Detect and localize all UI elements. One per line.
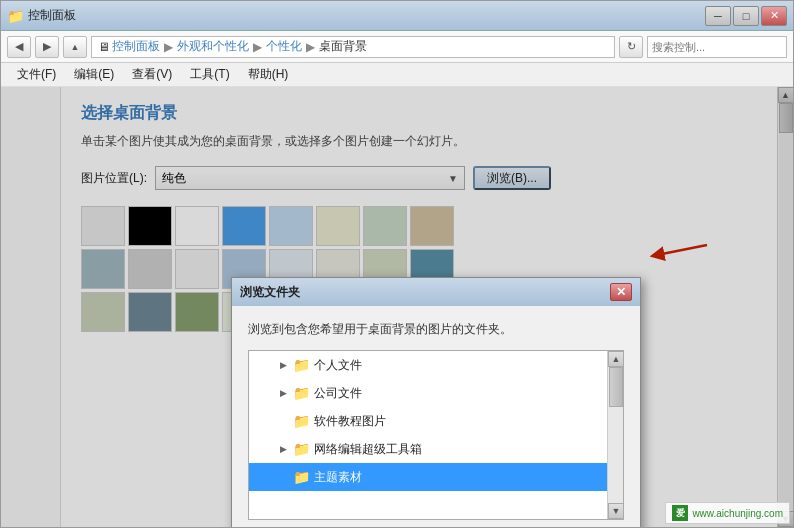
tree-item-4[interactable]: 📁主题素材 — [249, 463, 607, 491]
address-bar: ◀ ▶ ▲ 🖥 控制面板 ▶ 外观和个性化 ▶ 个性化 ▶ 桌面背景 ↻ 🔍 — [1, 31, 793, 63]
file-tree-scrollbar[interactable]: ▲ ▼ — [607, 351, 623, 519]
back-button[interactable]: ◀ — [7, 36, 31, 58]
watermark: 爱 www.aichunjing.com — [665, 502, 790, 524]
tree-item-label: 主题素材 — [314, 469, 362, 486]
menu-help[interactable]: 帮助(H) — [240, 64, 297, 85]
breadcrumb-1[interactable]: 控制面板 — [112, 38, 160, 55]
main-content: 选择桌面背景 单击某个图片使其成为您的桌面背景，或选择多个图片创建一个幻灯片。 … — [1, 87, 793, 527]
dialog-overlay: 浏览文件夹 ✕ 浏览到包含您希望用于桌面背景的图片的文件夹。 ▶📁个人文件▶📁公… — [1, 87, 793, 527]
refresh-button[interactable]: ↻ — [619, 36, 643, 58]
menu-bar: 文件(F) 编辑(E) 查看(V) 工具(T) 帮助(H) — [1, 63, 793, 87]
close-button[interactable]: ✕ — [761, 6, 787, 26]
breadcrumb-arrow-1: ▶ — [164, 40, 173, 54]
breadcrumb-arrow-3: ▶ — [306, 40, 315, 54]
maximize-button[interactable]: □ — [733, 6, 759, 26]
title-bar: 📁 控制面板 ─ □ ✕ — [1, 1, 793, 31]
tree-item-label: 网络编辑超级工具箱 — [314, 441, 422, 458]
folder-icon: 📁 — [293, 469, 310, 485]
title-bar-text: 控制面板 — [28, 7, 76, 24]
search-input[interactable] — [652, 41, 790, 53]
menu-tools[interactable]: 工具(T) — [182, 64, 237, 85]
tree-expand-icon: ▶ — [277, 359, 289, 371]
tree-item-1[interactable]: ▶📁公司文件 — [249, 379, 607, 407]
breadcrumb-3[interactable]: 个性化 — [266, 38, 302, 55]
watermark-logo-text: 爱 — [676, 507, 685, 520]
breadcrumb-2[interactable]: 外观和个性化 — [177, 38, 249, 55]
tree-expand-icon — [277, 471, 289, 483]
tree-scroll-up-button[interactable]: ▲ — [608, 351, 624, 367]
dialog-title-text: 浏览文件夹 — [240, 284, 300, 301]
breadcrumb-icon: 🖥 — [98, 40, 110, 54]
window-icon: 📁 — [7, 8, 24, 24]
up-button[interactable]: ▲ — [63, 36, 87, 58]
tree-expand-icon: ▶ — [277, 387, 289, 399]
tree-item-label: 个人文件 — [314, 357, 362, 374]
file-tree-container: ▶📁个人文件▶📁公司文件 📁软件教程图片▶📁网络编辑超级工具箱 📁主题素材 ▲ … — [248, 350, 624, 520]
folder-icon: 📁 — [293, 441, 310, 457]
watermark-logo: 爱 — [672, 505, 688, 521]
main-window: 📁 控制面板 ─ □ ✕ ◀ ▶ ▲ 🖥 控制面板 ▶ 外观和个性化 ▶ 个性化… — [0, 0, 794, 528]
file-tree-inner: ▶📁个人文件▶📁公司文件 📁软件教程图片▶📁网络编辑超级工具箱 📁主题素材 — [249, 351, 607, 519]
dialog-title-bar: 浏览文件夹 ✕ — [232, 278, 640, 306]
folder-icon: 📁 — [293, 357, 310, 373]
folder-icon: 📁 — [293, 385, 310, 401]
breadcrumb-4: 桌面背景 — [319, 38, 367, 55]
tree-item-0[interactable]: ▶📁个人文件 — [249, 351, 607, 379]
search-box: 🔍 — [647, 36, 787, 58]
dialog-description: 浏览到包含您希望用于桌面背景的图片的文件夹。 — [248, 320, 624, 338]
tree-item-3[interactable]: ▶📁网络编辑超级工具箱 — [249, 435, 607, 463]
tree-expand-icon: ▶ — [277, 443, 289, 455]
minimize-button[interactable]: ─ — [705, 6, 731, 26]
tree-item-label: 软件教程图片 — [314, 413, 386, 430]
browse-folder-dialog: 浏览文件夹 ✕ 浏览到包含您希望用于桌面背景的图片的文件夹。 ▶📁个人文件▶📁公… — [231, 277, 641, 527]
breadcrumb-arrow-2: ▶ — [253, 40, 262, 54]
tree-scroll-thumb[interactable] — [609, 367, 623, 407]
tree-scroll-track[interactable] — [608, 367, 623, 503]
title-bar-controls: ─ □ ✕ — [705, 6, 787, 26]
forward-button[interactable]: ▶ — [35, 36, 59, 58]
dialog-close-button[interactable]: ✕ — [610, 283, 632, 301]
dialog-body: 浏览到包含您希望用于桌面背景的图片的文件夹。 ▶📁个人文件▶📁公司文件 📁软件教… — [232, 306, 640, 527]
tree-expand-icon — [277, 415, 289, 427]
menu-view[interactable]: 查看(V) — [124, 64, 180, 85]
breadcrumb: 🖥 控制面板 ▶ 外观和个性化 ▶ 个性化 ▶ 桌面背景 — [91, 36, 615, 58]
folder-icon: 📁 — [293, 413, 310, 429]
title-bar-left: 📁 控制面板 — [7, 7, 705, 24]
tree-item-label: 公司文件 — [314, 385, 362, 402]
watermark-text: www.aichunjing.com — [692, 508, 783, 519]
menu-file[interactable]: 文件(F) — [9, 64, 64, 85]
tree-scroll-down-button[interactable]: ▼ — [608, 503, 624, 519]
menu-edit[interactable]: 编辑(E) — [66, 64, 122, 85]
tree-item-2[interactable]: 📁软件教程图片 — [249, 407, 607, 435]
